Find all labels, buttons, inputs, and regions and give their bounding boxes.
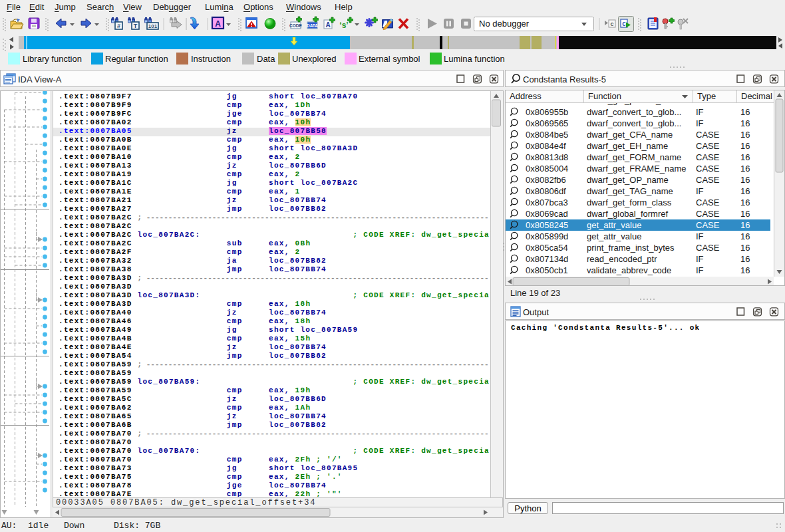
- svg-text:c: c: [622, 20, 626, 27]
- svg-text:No debugger: No debugger: [479, 19, 530, 29]
- svg-text:A: A: [215, 19, 221, 29]
- svg-text:A: A: [325, 21, 330, 29]
- svg-text:DATA: DATA: [307, 23, 318, 28]
- svg-text:#: #: [117, 23, 120, 29]
- svg-text:101: 101: [148, 23, 158, 29]
- svg-text:CODE: CODE: [289, 23, 302, 28]
- svg-text:‘s’: ‘s’: [339, 21, 348, 30]
- svg-text:T: T: [134, 23, 138, 29]
- svg-text:c: c: [610, 21, 613, 27]
